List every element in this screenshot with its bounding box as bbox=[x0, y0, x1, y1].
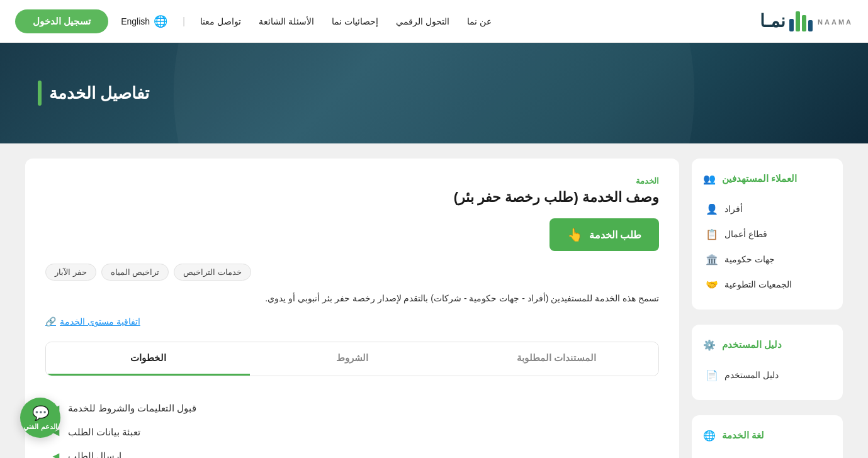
target-customers-icon: 👥 bbox=[702, 171, 717, 186]
tab-conditions[interactable]: الشروط bbox=[250, 342, 454, 376]
step-2-label: تعبئة بيانات الطلب bbox=[68, 427, 140, 438]
tag-water: تراخيص المياه bbox=[101, 264, 169, 281]
target-customers-section: العملاء المستهدفين 👥 أفراد 👤 قطاع أعمال … bbox=[692, 159, 843, 310]
tag-wells: حفر الآبار bbox=[45, 264, 96, 281]
logo-bar-3 bbox=[796, 11, 800, 31]
user-guide-title: دليل المستخدم ⚙️ bbox=[702, 337, 833, 352]
logo-bar-2 bbox=[802, 15, 806, 31]
nav-contact[interactable]: تواصل معنا bbox=[200, 16, 241, 26]
chat-icon: 💬 bbox=[32, 405, 49, 422]
tags-row: خدمات التراخيص تراخيص المياه حفر الآبار bbox=[45, 264, 659, 281]
tabs-header: المستندات المطلوبة الشروط الخطوات bbox=[46, 342, 658, 376]
step-1-label: قبول التعليمات والشروط للخدمة bbox=[68, 403, 197, 414]
sidebar-item-voluntary[interactable]: الجمعيات التطوعية 🤝 bbox=[702, 272, 833, 297]
logo-bar-1 bbox=[808, 20, 813, 31]
sidebar: العملاء المستهدفين 👥 أفراد 👤 قطاع أعمال … bbox=[692, 159, 843, 458]
pdf-icon: 📄 bbox=[704, 367, 719, 383]
logo-arabic-text: نمـا bbox=[760, 11, 786, 31]
service-title: وصف الخدمة (طلب رخصة حفر بئر) bbox=[45, 189, 659, 206]
business-label: قطاع أعمال bbox=[724, 229, 767, 239]
logo-text-group: NAAMA bbox=[818, 17, 853, 26]
sla-link-text: اتفاقية مستوى الخدمة bbox=[60, 316, 140, 327]
nav-digital[interactable]: التحول الرقمي bbox=[396, 16, 449, 26]
lang-divider: | bbox=[183, 16, 185, 27]
logo-naama-text: NAAMA bbox=[818, 18, 853, 26]
tab-documents[interactable]: المستندات المطلوبة bbox=[454, 342, 658, 376]
business-icon: 📋 bbox=[704, 226, 719, 242]
sidebar-item-business[interactable]: قطاع أعمال 📋 bbox=[702, 221, 833, 247]
hero-title: تفاصيل الخدمة bbox=[49, 84, 149, 103]
hero-accent-bar bbox=[38, 81, 42, 106]
sla-link[interactable]: اتفاقية مستوى الخدمة 🔗 bbox=[45, 316, 659, 327]
service-lang-icon: 🌐 bbox=[702, 428, 717, 443]
chat-label: الدعم الفني bbox=[23, 423, 57, 431]
external-link-icon: 🔗 bbox=[45, 316, 56, 327]
chat-support-button[interactable]: 💬 الدعم الفني bbox=[20, 398, 60, 438]
user-guide-section: دليل المستخدم ⚙️ دليل المستخدم 📄 bbox=[692, 325, 843, 400]
user-guide-icon: ⚙️ bbox=[702, 337, 717, 352]
main-content: العملاء المستهدفين 👥 أفراد 👤 قطاع أعمال … bbox=[0, 143, 868, 458]
hero-title-container: تفاصيل الخدمة bbox=[38, 81, 149, 106]
language-button[interactable]: 🌐 English bbox=[121, 14, 167, 28]
service-description: تسمح هذه الخدمة للمستفيدين (أفراد - جهات… bbox=[45, 291, 659, 306]
sidebar-item-individuals[interactable]: أفراد 👤 bbox=[702, 196, 833, 221]
header: NAAMA نمـا عن نما التحول الرقمي إحصائيات… bbox=[0, 0, 868, 43]
logo-bars bbox=[789, 11, 813, 31]
sidebar-item-arabic[interactable]: العربية 🌐 bbox=[702, 453, 833, 458]
service-section-label: الخدمة bbox=[45, 176, 659, 186]
lang-label: English bbox=[121, 16, 150, 26]
login-button[interactable]: تسجيل الدخول bbox=[15, 9, 108, 33]
service-content: الخدمة وصف الخدمة (طلب رخصة حفر بئر) طلب… bbox=[25, 159, 679, 458]
hero-banner: تفاصيل الخدمة bbox=[0, 43, 868, 143]
sidebar-item-user-guide-pdf[interactable]: دليل المستخدم 📄 bbox=[702, 362, 833, 388]
tab-steps[interactable]: الخطوات bbox=[46, 342, 250, 376]
voluntary-icon: 🤝 bbox=[704, 277, 719, 292]
nav-faq[interactable]: الأسئلة الشائعة bbox=[259, 16, 314, 26]
request-service-button[interactable]: طلب الخدمة 👆 bbox=[550, 218, 659, 251]
sidebar-item-government[interactable]: جهات حكومية 🏛️ bbox=[702, 247, 833, 272]
nav-stats[interactable]: إحصائيات نما bbox=[332, 16, 378, 26]
government-icon: 🏛️ bbox=[704, 252, 719, 267]
step-2: تعبئة بيانات الطلب ◄ bbox=[45, 420, 659, 444]
logo: NAAMA نمـا bbox=[760, 11, 853, 31]
service-lang-title: لغة الخدمة 🌐 bbox=[702, 428, 833, 443]
user-guide-pdf-label: دليل المستخدم bbox=[724, 370, 779, 380]
step-3: ارسال الطلب ◄ bbox=[45, 444, 659, 458]
request-service-label: طلب الخدمة bbox=[589, 229, 641, 241]
voluntary-label: الجمعيات التطوعية bbox=[724, 279, 792, 289]
individuals-label: أفراد bbox=[724, 204, 743, 214]
step-3-bullet: ◄ bbox=[50, 450, 62, 458]
service-lang-section: لغة الخدمة 🌐 العربية 🌐 bbox=[692, 415, 843, 458]
logo-bar-4 bbox=[789, 19, 794, 31]
individuals-icon: 👤 bbox=[704, 201, 719, 216]
header-right: عن نما التحول الرقمي إحصائيات نما الأسئل… bbox=[15, 9, 492, 33]
step-1: قبول التعليمات والشروط للخدمة ◄ bbox=[45, 396, 659, 420]
steps-list: قبول التعليمات والشروط للخدمة ◄ تعبئة بي… bbox=[45, 391, 659, 458]
cursor-icon: 👆 bbox=[567, 227, 583, 242]
nav-about[interactable]: عن نما bbox=[467, 16, 492, 26]
target-customers-title: العملاء المستهدفين 👥 bbox=[702, 171, 833, 186]
globe-icon: 🌐 bbox=[154, 14, 167, 28]
logo-icon: نمـا bbox=[760, 11, 813, 31]
government-label: جهات حكومية bbox=[724, 254, 775, 264]
tag-licensing: خدمات التراخيص bbox=[174, 264, 251, 281]
step-3-label: ارسال الطلب bbox=[68, 450, 121, 458]
tabs-container: المستندات المطلوبة الشروط الخطوات bbox=[45, 342, 659, 376]
main-nav: عن نما التحول الرقمي إحصائيات نما الأسئل… bbox=[200, 16, 491, 26]
